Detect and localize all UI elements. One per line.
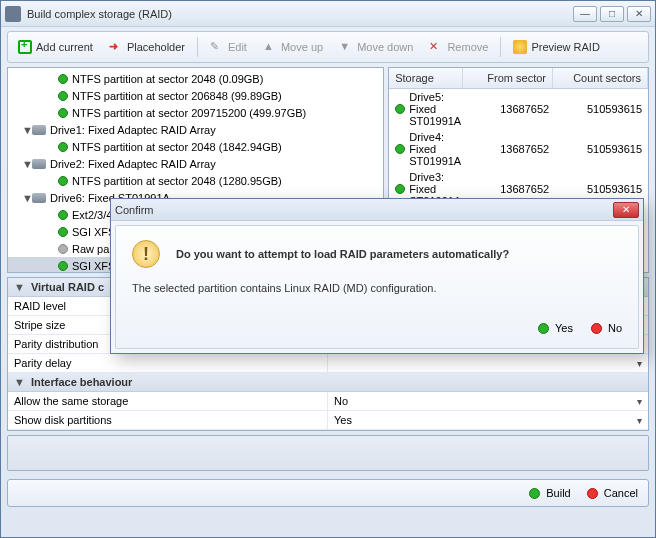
- chevron-down-icon: ▼: [14, 376, 25, 388]
- property-value[interactable]: [328, 354, 648, 372]
- dropdown-icon[interactable]: [637, 395, 642, 407]
- separator: [197, 37, 198, 57]
- dialog-question: Do you want to attempt to load RAID para…: [176, 248, 509, 260]
- cell-from-sector: 13687652: [461, 103, 549, 115]
- tree-item-label: Drive1: Fixed Adaptec RAID Array: [50, 124, 216, 136]
- edit-button: Edit: [204, 37, 253, 57]
- status-dot-icon: [58, 210, 68, 220]
- preview-raid-button[interactable]: Preview RAID: [507, 37, 605, 57]
- property-row[interactable]: Allow the same storageNo: [8, 392, 648, 411]
- property-value[interactable]: No: [328, 392, 648, 410]
- tree-item-label: Drive2: Fixed Adaptec RAID Array: [50, 158, 216, 170]
- status-dot-icon: [395, 104, 405, 114]
- tree-item[interactable]: NTFS partition at sector 2048 (0.09GB): [8, 70, 383, 87]
- yes-button[interactable]: Yes: [538, 322, 573, 334]
- status-dot-icon: [395, 144, 405, 154]
- property-key: Show disk partitions: [8, 411, 328, 429]
- app-icon: [5, 6, 21, 22]
- build-button[interactable]: Build: [529, 487, 570, 499]
- preview-icon: [513, 40, 527, 54]
- edit-icon: [210, 40, 224, 54]
- status-dot-icon: [58, 91, 68, 101]
- cell-count-sectors: 510593615: [549, 183, 642, 195]
- exclamation-icon: !: [132, 240, 160, 268]
- tree-item-label: NTFS partition at sector 206848 (99.89GB…: [72, 90, 282, 102]
- maximize-button[interactable]: □: [600, 6, 624, 22]
- status-dot-icon: [58, 227, 68, 237]
- down-icon: [339, 40, 353, 54]
- tree-item-label: Raw par: [72, 243, 113, 255]
- up-icon: [263, 40, 277, 54]
- tree-item[interactable]: NTFS partition at sector 206848 (99.89GB…: [8, 87, 383, 104]
- dropdown-icon[interactable]: [637, 357, 642, 369]
- grid-row[interactable]: Drive5: Fixed ST01991A13687652510593615: [389, 89, 648, 129]
- drive-icon: [32, 125, 46, 135]
- col-from-sector[interactable]: From sector: [463, 68, 553, 88]
- col-count-sectors[interactable]: Count sectors: [553, 68, 648, 88]
- remove-icon: [429, 40, 443, 54]
- tree-item[interactable]: NTFS partition at sector 2048 (1280.95GB…: [8, 172, 383, 189]
- window-title: Build complex storage (RAID): [27, 8, 570, 20]
- close-button[interactable]: ✕: [627, 6, 651, 22]
- confirm-dialog: Confirm ✕ ! Do you want to attempt to lo…: [110, 198, 644, 354]
- tree-item[interactable]: NTFS partition at sector 2048 (1842.94GB…: [8, 138, 383, 155]
- add-current-button[interactable]: Add current: [12, 37, 99, 57]
- minimize-button[interactable]: —: [573, 6, 597, 22]
- footer: Build Cancel: [7, 479, 649, 507]
- tree-item-label: SGI XFS: [72, 260, 115, 272]
- tree-item[interactable]: ▼Drive2: Fixed Adaptec RAID Array: [8, 155, 383, 172]
- titlebar[interactable]: Build complex storage (RAID) — □ ✕: [1, 1, 655, 27]
- group-interface-behaviour[interactable]: ▼Interface behaviour: [8, 373, 648, 392]
- expander-icon[interactable]: ▼: [22, 124, 32, 136]
- tree-item-label: NTFS partition at sector 2048 (1842.94GB…: [72, 141, 282, 153]
- status-dot-icon: [58, 261, 68, 271]
- cell-storage: Drive4: Fixed ST01991A: [409, 131, 461, 167]
- cell-storage: Drive5: Fixed ST01991A: [409, 91, 461, 127]
- grid-header: Storage From sector Count sectors: [389, 68, 648, 89]
- status-dot-icon: [58, 74, 68, 84]
- cancel-button[interactable]: Cancel: [587, 487, 638, 499]
- property-key: Parity delay: [8, 354, 328, 372]
- property-value[interactable]: Yes: [328, 411, 648, 429]
- dialog-title: Confirm: [115, 204, 613, 216]
- tree-item[interactable]: NTFS partition at sector 209715200 (499.…: [8, 104, 383, 121]
- status-dot-icon: [58, 142, 68, 152]
- tree-item-label: NTFS partition at sector 2048 (1280.95GB…: [72, 175, 282, 187]
- red-dot-icon: [587, 488, 598, 499]
- tree-item[interactable]: ▼Drive1: Fixed Adaptec RAID Array: [8, 121, 383, 138]
- property-row[interactable]: Show disk partitionsYes: [8, 411, 648, 430]
- status-dot-icon: [58, 244, 68, 254]
- move-up-button: Move up: [257, 37, 329, 57]
- grid-row[interactable]: Drive4: Fixed ST01991A13687652510593615: [389, 129, 648, 169]
- property-key: Allow the same storage: [8, 392, 328, 410]
- green-dot-icon: [538, 323, 549, 334]
- status-dot-icon: [58, 176, 68, 186]
- dialog-close-button[interactable]: ✕: [613, 202, 639, 218]
- toolbar: Add current Placeholder Edit Move up Mov…: [7, 31, 649, 63]
- status-dot-icon: [58, 108, 68, 118]
- cell-count-sectors: 510593615: [549, 143, 642, 155]
- col-storage[interactable]: Storage: [389, 68, 463, 88]
- dialog-subtext: The selected partition contains Linux RA…: [132, 282, 622, 294]
- chevron-down-icon: ▼: [14, 281, 25, 293]
- add-icon: [18, 40, 32, 54]
- tree-item-label: Ext2/3/4: [72, 209, 112, 221]
- tree-item-label: NTFS partition at sector 209715200 (499.…: [72, 107, 306, 119]
- tree-item-label: NTFS partition at sector 2048 (0.09GB): [72, 73, 263, 85]
- placeholder-button[interactable]: Placeholder: [103, 37, 191, 57]
- separator: [500, 37, 501, 57]
- status-area: [7, 435, 649, 471]
- dropdown-icon[interactable]: [637, 414, 642, 426]
- remove-button: Remove: [423, 37, 494, 57]
- drive-icon: [32, 193, 46, 203]
- status-dot-icon: [395, 184, 405, 194]
- dialog-titlebar[interactable]: Confirm ✕: [111, 199, 643, 221]
- drive-icon: [32, 159, 46, 169]
- property-row[interactable]: Parity delay: [8, 354, 648, 373]
- arrow-icon: [109, 40, 123, 54]
- no-button[interactable]: No: [591, 322, 622, 334]
- expander-icon[interactable]: ▼: [22, 192, 32, 204]
- green-dot-icon: [529, 488, 540, 499]
- cell-from-sector: 13687652: [461, 143, 549, 155]
- expander-icon[interactable]: ▼: [22, 158, 32, 170]
